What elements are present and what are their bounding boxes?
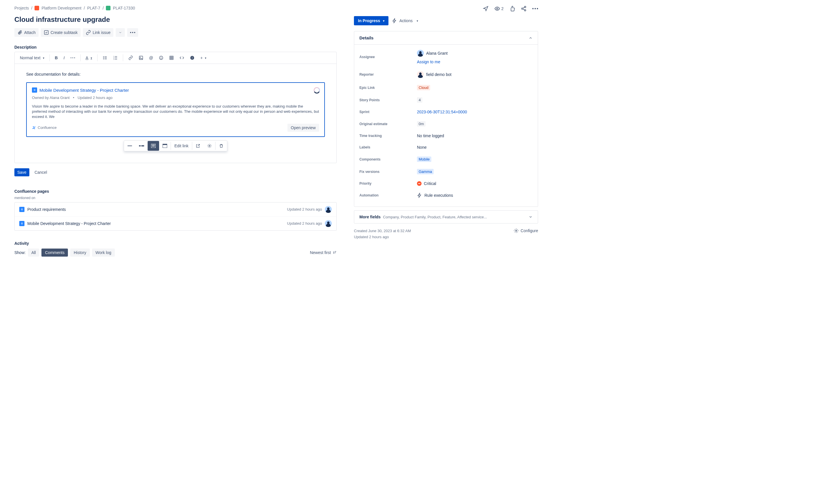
field-original-estimate[interactable]: Original estimate 0m — [360, 118, 533, 130]
display-inline-icon — [139, 144, 144, 147]
smartlink-title[interactable]: Mobile Development Strategy - Project Ch… — [39, 88, 129, 93]
svg-text:i: i — [192, 56, 193, 59]
breadcrumb-issue[interactable]: PLAT-17330 — [113, 6, 135, 10]
edit-link-button[interactable]: Edit link — [171, 141, 192, 151]
code-button[interactable] — [177, 54, 187, 62]
editor-body[interactable]: See documentation for details: Mobile De… — [15, 64, 336, 163]
share-button[interactable] — [521, 6, 526, 11]
automation-value[interactable]: Rule executions — [424, 193, 453, 198]
confluence-page-updated: Updated 2 hours ago — [287, 207, 322, 211]
eye-icon — [494, 6, 500, 11]
insert-more-button[interactable]: + — [198, 54, 209, 62]
numbered-list-icon: 123 — [113, 56, 118, 60]
issue-title[interactable]: Cloud infrastructure upgrade — [15, 16, 337, 24]
display-inline-button[interactable] — [136, 142, 148, 150]
field-epic-link[interactable]: Epic Link Cloud — [360, 81, 533, 94]
svg-rect-33 — [141, 145, 144, 146]
field-assignee[interactable]: Assignee Alana Grant Assign to me — [360, 46, 533, 68]
field-components[interactable]: Components Mobile — [360, 153, 533, 166]
numbered-list-button[interactable]: 123 — [111, 54, 120, 62]
bullet-list-button[interactable] — [101, 54, 110, 62]
components-value[interactable]: Mobile — [417, 156, 431, 162]
svg-point-45 — [535, 8, 536, 9]
vote-button[interactable] — [509, 6, 515, 11]
open-external-icon — [196, 144, 200, 148]
feedback-icon[interactable] — [483, 6, 489, 11]
subtask-icon — [44, 30, 49, 35]
field-sprint[interactable]: Sprint 2023-06-30T12:31:54+0000 — [360, 106, 533, 118]
more-button[interactable] — [532, 8, 538, 9]
breadcrumb-project[interactable]: Platform Development — [41, 6, 81, 10]
svg-rect-16 — [115, 58, 117, 58]
display-url-button[interactable] — [124, 142, 136, 150]
field-priority[interactable]: Priority Critical — [360, 178, 533, 189]
breadcrumb-projects[interactable]: Projects — [15, 6, 29, 10]
configure-button[interactable]: Configure — [514, 228, 538, 233]
link-settings-button[interactable] — [204, 141, 215, 151]
field-fix-versions[interactable]: Fix versions Gamma — [360, 166, 533, 178]
more-fields-panel[interactable]: More fields Company, Product Family, Pro… — [354, 210, 538, 224]
tab-all[interactable]: All — [28, 248, 39, 257]
tab-comments[interactable]: Comments — [41, 248, 68, 257]
italic-button[interactable]: I — [61, 54, 67, 62]
smartlink-source-label: Confluence — [38, 125, 57, 130]
svg-rect-8 — [105, 56, 107, 57]
more-actions-button[interactable] — [127, 28, 138, 37]
display-card-icon — [151, 144, 156, 148]
delete-link-button[interactable] — [216, 141, 227, 151]
epic-link-value[interactable]: Cloud — [417, 85, 430, 90]
text-color-button[interactable]: A — [83, 54, 94, 62]
open-preview-button[interactable]: Open preview — [287, 124, 319, 132]
info-button[interactable]: i — [188, 54, 197, 62]
svg-point-41 — [524, 6, 526, 8]
confluence-heading: Confluence pages — [15, 189, 337, 194]
sprint-value[interactable]: 2023-06-30T12:31:54+0000 — [417, 110, 467, 114]
smartlink-card[interactable]: Mobile Development Strategy - Project Ch… — [26, 82, 325, 137]
fix-versions-value[interactable]: Gamma — [417, 169, 434, 174]
svg-rect-38 — [163, 144, 167, 145]
status-dropdown[interactable]: In Progress — [354, 16, 389, 25]
show-label: Show: — [15, 250, 26, 255]
details-header[interactable]: Details — [354, 31, 538, 44]
display-embed-button[interactable] — [159, 141, 171, 151]
confluence-page-row[interactable]: Mobile Development Strategy - Project Ch… — [15, 216, 336, 231]
assignee-name: Alana Grant — [426, 51, 448, 56]
smartlink-floating-toolbar: Edit link — [124, 140, 227, 151]
field-story-points[interactable]: Story Points 4 — [360, 94, 533, 106]
tab-history[interactable]: History — [70, 248, 90, 257]
field-reporter[interactable]: Reporter field demo bot — [360, 68, 533, 81]
save-button[interactable]: Save — [15, 168, 29, 176]
configure-label: Configure — [520, 229, 538, 233]
breadcrumb-epic[interactable]: PLAT-7 — [87, 6, 101, 10]
attach-button[interactable]: Attach — [15, 28, 38, 37]
tab-worklog[interactable]: Work log — [92, 248, 115, 257]
field-automation[interactable]: Automation Rule executions — [360, 189, 533, 201]
insert-link-button[interactable] — [126, 54, 135, 62]
actions-dropdown[interactable]: Actions — [392, 18, 418, 23]
thumbs-up-icon — [509, 6, 515, 11]
cancel-button[interactable]: Cancel — [31, 168, 51, 177]
svg-point-47 — [516, 230, 517, 232]
link-issue-button[interactable]: Link issue — [83, 28, 113, 37]
watchers-button[interactable]: 2 — [494, 6, 504, 11]
text-style-dropdown[interactable]: Normal text — [18, 54, 47, 62]
open-link-button[interactable] — [192, 141, 204, 151]
table-button[interactable] — [167, 54, 176, 62]
link-issue-dropdown[interactable] — [116, 28, 125, 37]
mention-button[interactable]: @ — [147, 54, 155, 62]
emoji-button[interactable] — [156, 54, 166, 62]
display-card-button[interactable] — [148, 141, 159, 151]
svg-point-23 — [162, 57, 162, 58]
sort-button[interactable]: Newest first — [310, 250, 337, 255]
assign-to-me-link[interactable]: Assign to me — [417, 60, 440, 64]
create-subtask-button[interactable]: Create subtask — [41, 28, 81, 37]
bold-button[interactable]: B — [53, 54, 60, 62]
confluence-page-name: Product requirements — [27, 207, 284, 212]
trash-icon — [219, 144, 224, 148]
confluence-page-row[interactable]: Product requirements Updated 2 hours ago — [15, 203, 336, 216]
insert-image-button[interactable] — [136, 54, 146, 62]
more-formatting-button[interactable] — [68, 56, 78, 60]
more-icon — [130, 32, 135, 33]
field-labels[interactable]: Labels None — [360, 142, 533, 153]
field-time-tracking[interactable]: Time tracking No time logged — [360, 130, 533, 142]
